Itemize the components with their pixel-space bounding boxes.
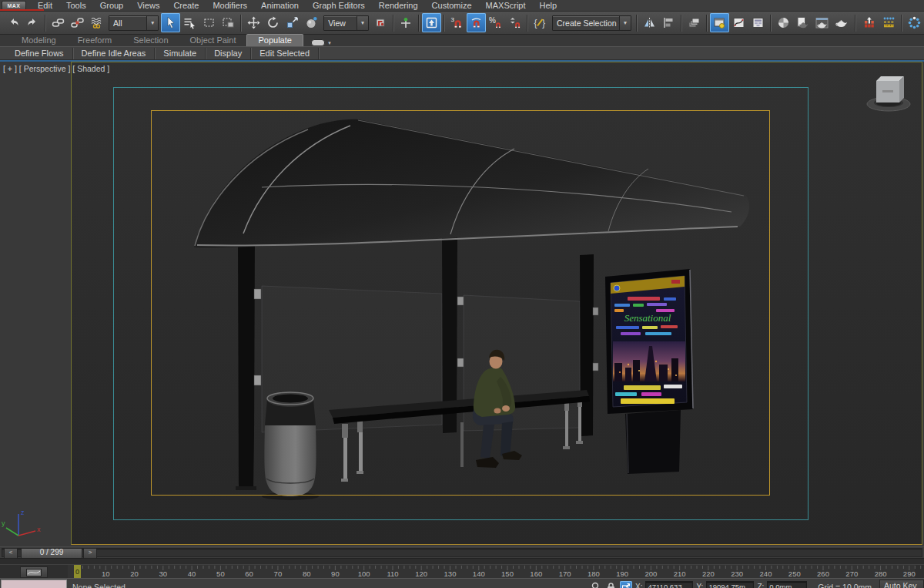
svg-text:110: 110 — [387, 570, 398, 578]
angle-snap-button[interactable] — [467, 13, 486, 32]
selection-lock-icon[interactable] — [604, 581, 617, 588]
svg-text:3: 3 — [451, 16, 455, 23]
snap-3d-button[interactable]: 3 — [447, 13, 467, 32]
schematic-view-button[interactable] — [748, 13, 768, 32]
menu-customize[interactable]: Customize — [425, 1, 479, 11]
render-setup-button[interactable] — [793, 13, 812, 32]
bind-spacewarp-button[interactable] — [87, 13, 106, 32]
select-link-button[interactable] — [49, 13, 68, 32]
undo-button[interactable] — [4, 13, 23, 32]
chevron-down-icon[interactable]: ▼ — [619, 16, 631, 30]
select-manipulate-button[interactable] — [397, 13, 416, 32]
populate-idle-icon — [882, 16, 896, 29]
display-button[interactable]: Display — [206, 48, 251, 59]
pin-icon[interactable] — [589, 581, 601, 588]
populate-idle-button[interactable] — [879, 13, 899, 32]
layer-manager-button[interactable] — [685, 13, 704, 32]
menu-help[interactable]: Help — [533, 1, 564, 11]
macro-recorder-line[interactable] — [2, 580, 66, 588]
viewport-shading-menu[interactable]: [ Shaded ] — [72, 64, 109, 73]
menu-graph-editors[interactable]: Graph Editors — [306, 1, 372, 11]
populate-simulate-button[interactable] — [905, 13, 924, 32]
status-bar: None Selected X: Y: Z: Grid = 10,0mm Aut… — [0, 578, 924, 588]
menu-maxscript[interactable]: MAXScript — [479, 1, 533, 11]
selection-filter-dropdown[interactable]: All▼ — [109, 15, 159, 31]
define-flows-button[interactable]: Define Flows — [6, 48, 73, 59]
use-pivot-center-button[interactable] — [371, 13, 390, 32]
material-editor-button[interactable] — [774, 13, 793, 32]
named-selection-set-dropdown[interactable]: Create Selection Se▼ — [552, 15, 631, 31]
menu-rendering[interactable]: Rendering — [372, 1, 425, 11]
mirror-icon — [643, 16, 656, 29]
chevron-down-icon[interactable]: ▼ — [146, 16, 158, 30]
time-slider[interactable]: < 0 / 299 > — [0, 546, 924, 558]
svg-text:{: { — [534, 18, 537, 29]
track-bar-key-area[interactable] — [0, 558, 924, 564]
curve-editor-button[interactable] — [729, 13, 748, 32]
align-button[interactable] — [659, 13, 678, 32]
ribbon-options-button[interactable]: ▼ — [311, 39, 332, 46]
time-slider-track[interactable] — [2, 548, 922, 557]
view-cube[interactable] — [867, 76, 910, 111]
edit-named-selections-button[interactable]: {} — [531, 13, 550, 32]
mirror-button[interactable] — [640, 13, 659, 32]
select-rotate-button[interactable] — [263, 13, 283, 32]
time-slider-handle[interactable]: 0 / 299 — [21, 548, 82, 559]
viewport[interactable]: Sensational — [0, 62, 924, 546]
percent-snap-button[interactable]: % — [486, 13, 505, 32]
select-place-button[interactable] — [302, 13, 321, 32]
select-object-button[interactable] — [161, 13, 180, 32]
populate-flow-button[interactable] — [860, 13, 879, 32]
tab-freeform[interactable]: Freeform — [67, 35, 123, 46]
tab-populate[interactable]: Populate — [246, 34, 303, 46]
viewport-general-menu[interactable]: [ + ] — [3, 64, 17, 73]
populate-simulate-icon — [908, 16, 921, 29]
tab-modeling[interactable]: Modeling — [11, 35, 67, 46]
render-production-button[interactable] — [832, 13, 851, 32]
menu-create[interactable]: Create — [166, 1, 206, 11]
y-coord-field[interactable] — [706, 581, 754, 588]
select-scale-button[interactable] — [283, 13, 302, 32]
menu-modifiers[interactable]: Modifiers — [206, 1, 254, 11]
advertisement-panel[interactable]: Sensational — [605, 269, 693, 474]
svg-text:50: 50 — [216, 570, 225, 578]
menu-tools[interactable]: Tools — [59, 1, 93, 11]
svg-text:120: 120 — [415, 570, 427, 578]
scene-explorer-button[interactable] — [710, 13, 729, 32]
axis-y-label: y — [2, 519, 5, 527]
rendered-frame-button[interactable] — [812, 13, 832, 32]
unlink-button[interactable] — [68, 13, 87, 32]
menu-views[interactable]: Views — [130, 1, 166, 11]
rect-selection-button[interactable] — [199, 13, 219, 32]
trash-can[interactable] — [262, 392, 319, 500]
define-idle-areas-button[interactable]: Define Idle Areas — [73, 48, 156, 59]
spinner-snap-button[interactable] — [505, 13, 524, 32]
simulate-button[interactable]: Simulate — [155, 48, 206, 59]
menu-animation[interactable]: Animation — [254, 1, 306, 11]
next-frame-button[interactable]: > — [83, 548, 97, 559]
window-crossing-button[interactable] — [219, 13, 238, 32]
select-by-name-button[interactable] — [180, 13, 199, 32]
previous-frame-button[interactable]: < — [4, 548, 18, 559]
redo-button[interactable] — [23, 13, 42, 32]
keyboard-override-button[interactable] — [422, 13, 441, 32]
percent-snap-icon: % — [489, 16, 502, 29]
menu-group[interactable]: Group — [93, 1, 131, 11]
chevron-down-icon[interactable]: ▼ — [357, 16, 368, 30]
render-setup-icon — [796, 16, 809, 29]
edit-selected-button[interactable]: Edit Selected — [251, 48, 319, 59]
tab-selection[interactable]: Selection — [122, 35, 179, 46]
absolute-mode-toggle-icon[interactable] — [620, 581, 632, 588]
coord-system-dropdown[interactable]: View▼ — [323, 15, 369, 31]
x-coord-field[interactable] — [645, 581, 693, 588]
select-move-button[interactable] — [244, 13, 263, 32]
current-frame-marker-label: 0 — [75, 568, 79, 576]
z-coord-field[interactable] — [767, 581, 807, 588]
viewport-pov-menu[interactable]: [ Perspective ] — [19, 64, 71, 73]
track-bar[interactable]: 1020304050607080901001101201301401501601… — [0, 564, 924, 578]
track-bar-ruler[interactable]: 1020304050607080901001101201301401501601… — [0, 565, 924, 578]
auto-key-button[interactable]: Auto Key — [879, 580, 924, 588]
tab-object-paint[interactable]: Object Paint — [179, 35, 247, 46]
mini-curve-editor-button[interactable] — [20, 566, 48, 578]
maxscript-mini-listener[interactable] — [1, 580, 67, 588]
